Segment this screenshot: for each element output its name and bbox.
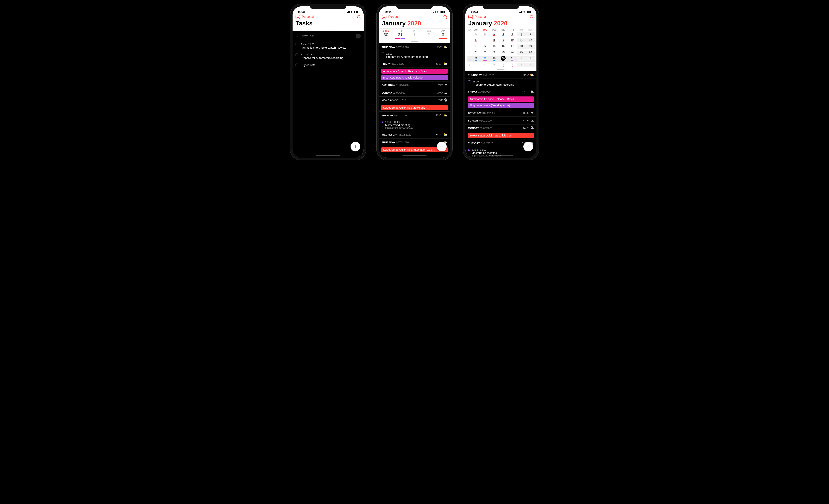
month-day[interactable]: 22 (490, 51, 499, 55)
search-icon[interactable] (443, 15, 447, 19)
home-indicator[interactable] (402, 156, 427, 156)
week-day[interactable]: ☑THU 30 (379, 29, 393, 40)
month-day[interactable]: 5 (526, 32, 535, 36)
task-checkbox[interactable] (295, 43, 298, 46)
task-checkbox[interactable] (295, 53, 298, 56)
month-day[interactable]: 9 (526, 63, 535, 67)
task-item[interactable]: Buy carrots (293, 62, 364, 69)
month-day[interactable]: 7 (480, 38, 490, 42)
month-day[interactable]: 3 (508, 32, 517, 36)
day-name: WEDNESDAY (382, 133, 398, 136)
menu-icon[interactable] (468, 14, 473, 19)
month-day[interactable]: 1 (517, 57, 526, 61)
month-body[interactable]: 1303112345267891011123131415161718194202… (467, 31, 535, 68)
menu-icon[interactable] (295, 14, 300, 19)
allday-event[interactable]: Blog: Automators (David episode) (381, 75, 448, 80)
month-day[interactable]: 29 (490, 57, 499, 61)
month-day[interactable]: 20 (471, 51, 480, 55)
month-day[interactable]: 7 (508, 63, 517, 67)
agenda-task[interactable]: 18:00 Prepare for Automators recording (465, 79, 536, 88)
day-number: 7 (512, 63, 513, 66)
month-day[interactable]: 3 (471, 63, 480, 67)
task-checkbox[interactable] (382, 52, 384, 55)
week-strip[interactable]: ☑THU 30 FRI 31 SAT 1 SUN 2 MON 3 (379, 29, 450, 40)
month-day[interactable]: 8 (490, 38, 499, 42)
month-day[interactable]: 31 (480, 32, 490, 36)
add-button[interactable]: ＋ (351, 142, 360, 151)
add-button[interactable]: ＋ (437, 142, 447, 151)
allday-event[interactable]: Sweet Setup Quick Tips article due (381, 105, 448, 110)
new-task-label[interactable]: New Task (301, 34, 315, 38)
month-grid[interactable]: CWMONTUEWEDTHUFRISATSUN 1303112345267891… (465, 29, 536, 68)
month-day[interactable]: 17 (508, 44, 517, 49)
calendar-set-label[interactable]: Personal (388, 15, 400, 18)
calendar-set-label[interactable]: Personal (475, 15, 486, 18)
month-day[interactable]: 25 (517, 51, 526, 55)
search-icon[interactable] (357, 15, 361, 19)
calendar-set-label[interactable]: Personal (302, 15, 314, 18)
month-day[interactable]: 15 (490, 44, 499, 49)
day-number: 9 (530, 63, 531, 66)
month-day[interactable]: 6 (471, 38, 480, 42)
month-day[interactable]: 4 (517, 32, 526, 36)
more-icon[interactable]: ⋯ (356, 34, 361, 39)
month-day[interactable]: 10 (508, 38, 517, 42)
month-day[interactable]: 23 (499, 51, 508, 55)
menu-icon[interactable] (382, 14, 387, 19)
month-day[interactable]: 8 (517, 63, 526, 67)
search-icon[interactable] (530, 15, 534, 19)
task-checkbox[interactable] (295, 64, 298, 66)
allday-event[interactable]: Sweet Setup Quick Tips article due (468, 133, 534, 138)
month-day[interactable]: 30 (499, 56, 508, 62)
day-number: 3 (512, 32, 513, 35)
month-day[interactable]: 5 (490, 63, 499, 67)
home-indicator[interactable] (489, 156, 513, 156)
allday-event[interactable]: Automators Episode Release - David (468, 96, 534, 102)
agenda-event[interactable]: 18:00 - 19:00 Mastermind meeting https:/… (379, 119, 450, 131)
month-day[interactable]: 13 (471, 44, 480, 49)
week-day[interactable]: SUN 2 (422, 29, 436, 40)
week-day[interactable]: SAT 1 (407, 29, 422, 40)
agenda-list[interactable]: THURSDAY 30/01/2020 8°/1°⛅ 18:00 Prepare… (379, 43, 450, 158)
month-title[interactable]: January 2020 (465, 20, 536, 29)
month-day[interactable]: 30 (471, 32, 480, 36)
task-item[interactable]: Today, 21:00 Fantastical for Apple Watch… (293, 41, 364, 51)
month-day[interactable]: 12 (526, 38, 535, 42)
status-bar: 09:41 ᯤ ▮▮▮ (293, 6, 364, 13)
plus-icon[interactable]: ＋ (295, 34, 299, 38)
allday-event[interactable]: Automators Episode Release - David (381, 69, 448, 74)
day-number: 19 (529, 44, 532, 47)
chevron-down-icon[interactable]: ⌄ (293, 29, 364, 31)
month-day[interactable]: 2 (499, 32, 508, 36)
month-day[interactable]: 16 (499, 44, 508, 49)
add-button[interactable]: ＋ (524, 142, 533, 151)
month-title[interactable]: January 2020 (379, 20, 450, 29)
task-checkbox[interactable] (468, 80, 471, 83)
agenda-task[interactable]: 18:00 Prepare for Automators recording (379, 51, 450, 60)
month-day[interactable]: 21 (480, 51, 490, 55)
month-day[interactable]: 14 (480, 44, 490, 49)
month-day[interactable]: 26 (526, 51, 535, 55)
home-indicator[interactable] (316, 156, 340, 156)
week-day[interactable]: MON 3 (436, 29, 450, 40)
month-day[interactable]: 24 (508, 51, 517, 55)
temperature: 13°/7° (436, 62, 442, 65)
allday-event[interactable]: Blog: Automators (David episode) (468, 103, 534, 108)
month-day[interactable]: 6 (499, 63, 508, 67)
month-day[interactable]: 27 (471, 57, 480, 61)
day-number: 5 (494, 63, 495, 66)
month-day[interactable]: 9 (499, 38, 508, 42)
week-day[interactable]: FRI 31 (393, 29, 407, 40)
month-day[interactable]: 4 (480, 63, 490, 67)
month-day[interactable]: 28 (480, 57, 490, 61)
month-day[interactable]: 2 (526, 57, 535, 61)
month-day[interactable]: 11 (517, 38, 526, 42)
month-day[interactable]: 19 (526, 44, 535, 49)
drag-handle[interactable] (411, 41, 418, 42)
month-day[interactable]: 1 (490, 32, 499, 36)
day-number: 22 (493, 51, 496, 54)
drag-handle[interactable] (497, 69, 504, 70)
month-day[interactable]: 31 (508, 57, 517, 61)
month-day[interactable]: 18 (517, 44, 526, 49)
task-item[interactable]: 30 Jan, 18:00 Prepare for Automators rec… (293, 51, 364, 62)
